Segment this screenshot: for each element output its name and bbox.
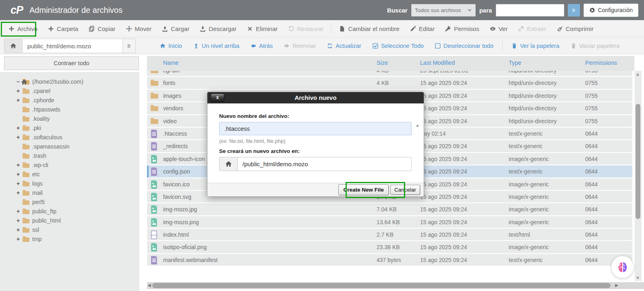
toolbar-button-restaurar[interactable]: Restaurar xyxy=(283,20,329,37)
sidebar-item-pki[interactable]: + .pki xyxy=(0,124,139,133)
path-home-button[interactable] xyxy=(4,39,23,53)
tree-item-label[interactable]: logs xyxy=(32,180,43,187)
sidebar-item-htpasswds[interactable]: .htpasswds xyxy=(0,105,139,115)
sidebar-item-spamassassin[interactable]: .spamassassin xyxy=(0,142,139,152)
nav-button-seleccione-todo[interactable]: Seleccione Todo xyxy=(367,43,429,49)
scroll-down-arrow[interactable]: ▼ xyxy=(636,275,640,280)
column-header-name[interactable]: Name xyxy=(163,60,179,66)
sidebar-item-etc[interactable]: + etc xyxy=(0,170,139,180)
toolbar-button-cargar[interactable]: Cargar xyxy=(157,20,195,37)
column-header-permissions[interactable]: Permissions xyxy=(585,60,617,66)
tree-item-label[interactable]: .softaculous xyxy=(32,134,62,140)
toolbar-button-copiar[interactable]: Copiar xyxy=(83,20,120,37)
file-row-cgi-bin[interactable]: cgi-bin 4 KB 23 sept 2025 01:31 httpd/un… xyxy=(147,71,632,77)
dialog-scroll-up-icon[interactable]: ▲ xyxy=(415,123,420,128)
sidebar-item-public-html[interactable]: + public_html xyxy=(0,217,139,226)
tree-expand-toggle[interactable]: + xyxy=(15,88,21,94)
tree-item-label[interactable]: .cphorde xyxy=(32,97,54,103)
tree-item-label[interactable]: tmp xyxy=(32,236,41,242)
toolbar-button-cambiar-el-nombre[interactable]: Cambiar el nombre xyxy=(334,20,405,37)
horizontal-scrollbar[interactable]: ◀ ▶ xyxy=(147,282,644,289)
tree-item-label[interactable]: public_ftp xyxy=(32,208,56,215)
new-file-name-input[interactable] xyxy=(219,122,412,135)
file-row-img-mozo-jpg[interactable]: img-mozo.jpg 7.04 KB 15 ago 2025 09:24 i… xyxy=(147,203,632,216)
tree-item-label[interactable]: .spamassassin xyxy=(32,143,70,150)
tree-item-label[interactable]: .cpanel xyxy=(32,88,50,94)
sidebar-item-cpanel[interactable]: + .cpanel xyxy=(0,87,139,96)
nav-button-actualizar[interactable]: Actualizar xyxy=(321,43,367,49)
nav-button-reenviar[interactable]: Reenviar xyxy=(278,43,321,49)
column-header-last-modified[interactable]: Last Modified xyxy=(420,60,455,66)
tree-expand-toggle[interactable]: + xyxy=(15,134,21,140)
search-scope-select[interactable]: Todos sus archivos xyxy=(411,4,476,17)
nav-button-vaciar-papelera[interactable]: Vaciar papelera xyxy=(565,43,625,49)
tree-expand-toggle[interactable]: + xyxy=(15,236,21,242)
tree-expand-toggle[interactable]: + xyxy=(15,171,21,177)
tree-item-label[interactable]: .koality xyxy=(32,116,50,122)
horizontal-scrollbar-thumb[interactable] xyxy=(152,283,611,288)
toolbar-button-permisos[interactable]: Permisos xyxy=(440,20,485,37)
tree-item-label[interactable]: .pki xyxy=(32,125,41,131)
toolbar-button-eliminar[interactable]: Eliminar xyxy=(242,20,283,37)
sidebar-item-softaculous[interactable]: + .softaculous xyxy=(0,133,139,142)
file-location-input[interactable] xyxy=(238,157,411,171)
tree-expand-toggle[interactable]: + xyxy=(15,217,21,224)
tree-item-label[interactable]: .htpasswds xyxy=(32,106,60,113)
sidebar-item-ssl[interactable]: + ssl xyxy=(0,226,139,235)
cancel-button[interactable]: Cancelar xyxy=(390,185,420,195)
file-row-index-html[interactable]: index.html 2.7 KB 15 ago 2025 09:24 text… xyxy=(147,229,632,241)
tree-item-label[interactable]: etc xyxy=(32,171,40,177)
search-input[interactable] xyxy=(496,4,564,17)
tree-item-label[interactable]: ssl xyxy=(32,227,39,233)
path-input[interactable] xyxy=(23,39,122,53)
file-row-img-mozo-png[interactable]: img-mozo.png 13.64 KB 15 ago 2025 09:24 … xyxy=(147,216,632,229)
sidebar-item-public-ftp[interactable]: + public_ftp xyxy=(0,207,139,217)
tree-root[interactable]: − (/home2/tusitio.com) xyxy=(0,78,139,87)
create-new-file-button[interactable]: Create New File xyxy=(338,184,389,195)
sidebar-item-mail[interactable]: + mail xyxy=(0,189,139,198)
sidebar-item-cphorde[interactable]: + .cphorde xyxy=(0,96,139,105)
sidebar-item-tmp[interactable]: + tmp xyxy=(0,235,139,244)
toolbar-button-archivo[interactable]: Archivo xyxy=(3,20,43,37)
tree-expand-toggle[interactable]: + xyxy=(15,125,21,131)
close-dialog-button[interactable]: x xyxy=(211,93,224,102)
toolbar-button-mover[interactable]: Mover xyxy=(121,20,157,37)
toolbar-button-comprimir[interactable]: Comprimir xyxy=(552,20,599,37)
vertical-scrollbar[interactable]: ▲ ▼ xyxy=(635,71,642,281)
column-header-type[interactable]: Type xyxy=(509,60,521,66)
file-row-manifest-webmanifest[interactable]: manifest.webmanifest 437 bytes 15 ago 20… xyxy=(147,254,632,266)
location-home-button[interactable] xyxy=(219,157,238,171)
tree-item-label[interactable]: public_html xyxy=(32,217,61,224)
file-row-isotipo-oficial-png[interactable]: isotipo-oficial.png 23.38 KB 15 ago 2025… xyxy=(147,241,632,254)
toolbar-button-extraer[interactable]: Extraer xyxy=(513,20,551,37)
tree-expand-toggle[interactable]: + xyxy=(15,190,21,196)
scroll-up-arrow[interactable]: ▲ xyxy=(636,72,640,76)
collapse-all-button[interactable]: Contraer todo xyxy=(4,56,139,70)
tree-expand-toggle[interactable]: + xyxy=(15,162,21,168)
path-go-button[interactable]: Ir xyxy=(122,39,135,53)
assistant-extension-badge[interactable] xyxy=(611,256,634,278)
tree-item-label[interactable]: .wp-cli xyxy=(32,162,48,168)
nav-button-atras[interactable]: Atrás xyxy=(245,43,278,49)
toolbar-button-carpeta[interactable]: Carpeta xyxy=(43,20,83,37)
tree-expand-toggle[interactable]: + xyxy=(15,208,21,215)
file-row-fonts[interactable]: fonts 4 KB 15 ago 2025 09:24 httpd/unix-… xyxy=(147,77,632,89)
toolbar-button-ver[interactable]: Ver xyxy=(485,20,513,37)
toolbar-button-descargar[interactable]: Descargar xyxy=(195,20,242,37)
nav-button-deseleccionar-todo[interactable]: Deseleccionar todo xyxy=(429,43,499,49)
nav-button-ver-la-papelera[interactable]: Ver la papelera xyxy=(506,43,565,49)
scroll-right-arrow[interactable]: ▶ xyxy=(615,283,618,287)
sidebar-item-wp-cli[interactable]: + .wp-cli xyxy=(0,161,139,170)
nav-button-inicio[interactable]: Inicio xyxy=(154,43,188,49)
tree-root-label[interactable]: (/home2/tusitio.com) xyxy=(32,78,83,85)
sidebar-item-trash[interactable]: .trash xyxy=(0,152,139,161)
tree-root-toggle[interactable]: − xyxy=(15,78,21,85)
vertical-scrollbar-thumb[interactable] xyxy=(636,104,640,219)
settings-button[interactable]: Configuración xyxy=(584,4,638,17)
nav-button-un-nivel-arriba[interactable]: Un nivel arriba xyxy=(188,43,245,49)
tree-item-label[interactable]: perl5 xyxy=(32,199,45,205)
tree-item-label[interactable]: mail xyxy=(32,190,43,196)
sidebar-item-koality[interactable]: .koality xyxy=(0,115,139,124)
tree-expand-toggle[interactable]: + xyxy=(15,180,21,187)
column-header-size[interactable]: Size xyxy=(377,60,388,66)
